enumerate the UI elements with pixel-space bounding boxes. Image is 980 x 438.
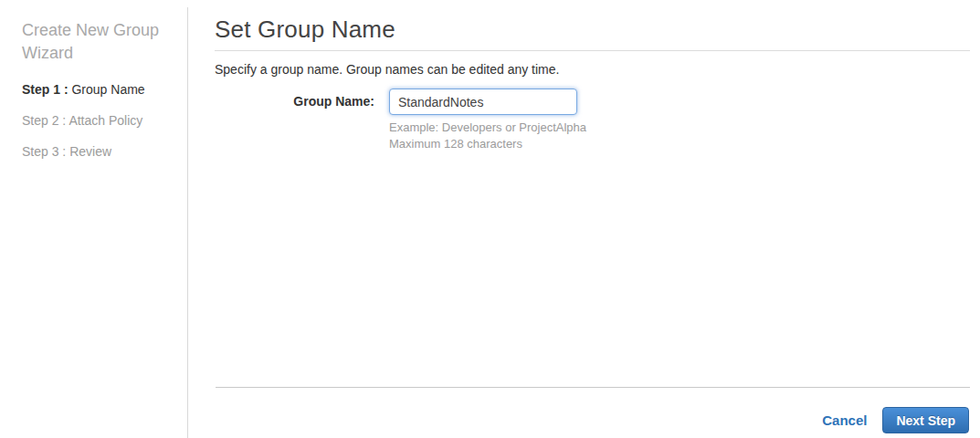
cancel-link[interactable]: Cancel	[822, 412, 867, 428]
group-name-label: Group Name:	[215, 89, 374, 152]
group-name-form-row: Group Name: Example: Developers or Proje…	[215, 89, 970, 152]
wizard-step-2-prefix: Step 2 :	[22, 113, 66, 128]
sidebar-divider	[187, 7, 188, 438]
wizard-step-1-label: Group Name	[71, 82, 144, 97]
heading-divider	[215, 50, 970, 51]
wizard-sidebar: Create New Group Wizard Step 1 : Group N…	[0, 0, 187, 438]
footer-actions: Cancel Next Step	[822, 407, 969, 433]
wizard-step-2: Step 2 : Attach Policy	[22, 114, 171, 128]
next-step-button[interactable]: Next Step	[882, 407, 969, 433]
wizard-step-1-prefix: Step 1 :	[22, 82, 68, 97]
wizard-step-3-prefix: Step 3 :	[22, 144, 66, 159]
wizard-title: Create New Group Wizard	[22, 19, 171, 65]
input-helper-max-chars: Maximum 128 characters	[389, 136, 586, 152]
wizard-step-2-label: Attach Policy	[68, 113, 142, 128]
input-helper-example: Example: Developers or ProjectAlpha	[389, 120, 586, 136]
page-title: Set Group Name	[215, 16, 970, 43]
wizard-step-1: Step 1 : Group Name	[22, 83, 171, 97]
page-description: Specify a group name. Group names can be…	[215, 62, 970, 77]
wizard-step-3-label: Review	[69, 144, 111, 159]
footer-divider	[216, 387, 970, 388]
group-name-input-column: Example: Developers or ProjectAlpha Maxi…	[389, 89, 586, 152]
main-panel: Set Group Name Specify a group name. Gro…	[215, 0, 970, 152]
group-name-input[interactable]	[389, 89, 577, 115]
wizard-step-3: Step 3 : Review	[22, 145, 171, 159]
